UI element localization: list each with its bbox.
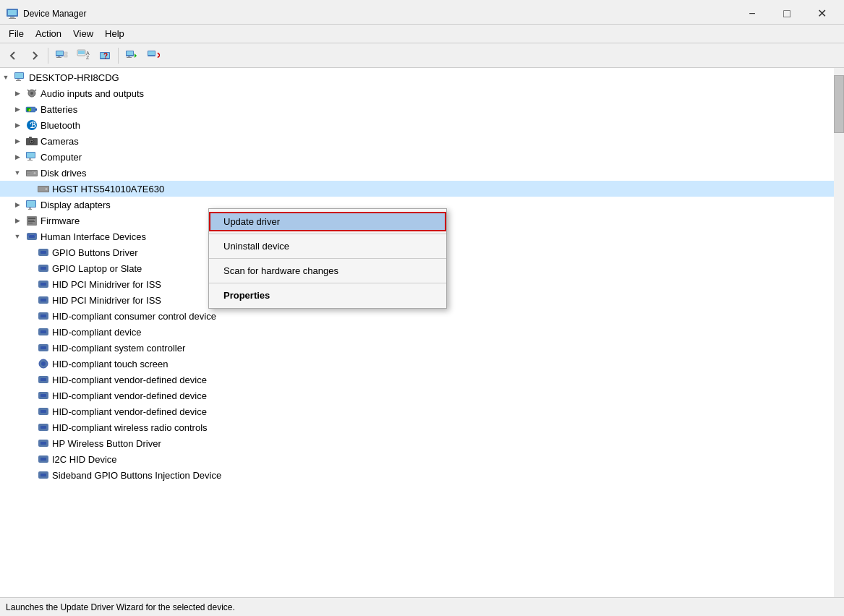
uninstall-button[interactable]: ✕: [143, 46, 163, 65]
svg-rect-43: [27, 160, 33, 161]
close-button[interactable]: ✕: [805, 4, 838, 23]
menu-view[interactable]: View: [67, 27, 99, 40]
tree-item-hid9[interactable]: HID-compliant vendor-defined device: [0, 403, 834, 419]
expand-hid2: [23, 294, 35, 306]
hid13-icon: [37, 469, 50, 482]
svg-rect-86: [41, 410, 46, 413]
status-bar: Launches the Update Driver Wizard for th…: [0, 597, 844, 616]
expand-hid[interactable]: ▼: [12, 231, 23, 242]
tree-item-hid5[interactable]: HID-compliant system controller: [0, 340, 834, 356]
context-menu: Update driver Uninstall device Scan for …: [208, 208, 447, 309]
tree-view[interactable]: ▼ DESKTOP-HRI8CDG ▶: [0, 68, 834, 597]
menu-help[interactable]: Help: [99, 27, 130, 40]
tree-item-computer[interactable]: ▶ Computer: [0, 149, 834, 165]
tree-item-hid4[interactable]: HID-compliant device: [0, 324, 834, 340]
svg-rect-5: [56, 51, 63, 55]
svg-rect-58: [28, 220, 34, 221]
expand-hid13: [23, 469, 35, 481]
expand-cameras[interactable]: ▶: [12, 135, 23, 147]
svg-text:Z: Z: [86, 55, 90, 60]
computer-icon: [14, 71, 27, 84]
expand-batteries[interactable]: ▶: [12, 103, 23, 115]
svg-rect-62: [29, 235, 35, 238]
separator-2: [118, 48, 119, 64]
minimize-button[interactable]: −: [736, 4, 769, 23]
expand-computer[interactable]: ▶: [12, 151, 23, 163]
tree-item-hid10[interactable]: HID-compliant wireless radio controls: [0, 419, 834, 435]
scroll-thumb[interactable]: [834, 75, 844, 133]
restore-button[interactable]: □: [770, 4, 803, 23]
expand-gpio2: [23, 262, 35, 274]
tree-label-cameras: Cameras: [41, 136, 79, 147]
tree-item-hid8[interactable]: HID-compliant vendor-defined device: [0, 388, 834, 403]
update-driver-button[interactable]: [122, 46, 142, 65]
separator-1: [48, 48, 48, 64]
tree-label-disk: Disk drives: [41, 168, 87, 179]
show-hidden-button[interactable]: ?: [95, 46, 115, 65]
expand-hgst[interactable]: [23, 183, 35, 194]
tree-label-hid12: I2C HID Device: [52, 454, 117, 465]
ctx-update-driver[interactable]: Update driver: [209, 212, 446, 231]
expand-hid5: [23, 342, 35, 354]
ctx-uninstall-device[interactable]: Uninstall device: [209, 236, 446, 256]
tree-item-hid12[interactable]: I2C HID Device: [0, 451, 834, 467]
app-icon: [6, 7, 19, 20]
tree-item-hid13[interactable]: Sideband GPIO Buttons Injection Device: [0, 467, 834, 483]
window-title: Device Manager: [23, 9, 736, 19]
tree-item-hgst[interactable]: HGST HTS541010A7E630: [0, 181, 834, 197]
tree-item-hid6[interactable]: HID-compliant touch screen: [0, 356, 834, 372]
menu-action[interactable]: Action: [30, 27, 67, 40]
tree-item-audio[interactable]: ▶ Audio inputs and outputs: [0, 85, 834, 101]
ctx-separator-2: [209, 258, 446, 259]
tree-label-hid2: HID PCI Minidriver for ISS: [52, 295, 161, 306]
hid4-icon: [37, 325, 50, 338]
ctx-scan-hardware[interactable]: Scan for hardware changes: [209, 261, 446, 281]
tree-item-root[interactable]: ▼ DESKTOP-HRI8CDG: [0, 69, 834, 85]
forward-button[interactable]: [25, 46, 45, 65]
svg-text:✕: ✕: [156, 51, 160, 61]
tree-label-gpio1: GPIO Buttons Driver: [52, 247, 137, 258]
tree-label-hid5: HID-compliant system controller: [52, 343, 185, 354]
svg-point-38: [31, 141, 33, 143]
ctx-separator-1: [209, 234, 446, 234]
hgst-icon: [37, 182, 50, 195]
tree-item-disk[interactable]: ▼ Disk drives: [0, 165, 834, 181]
menu-file[interactable]: File: [3, 27, 30, 40]
expand-firmware[interactable]: ▶: [12, 215, 23, 226]
ctx-update-driver-label: Update driver: [223, 216, 280, 227]
svg-rect-22: [148, 51, 155, 55]
expand-hid6: [23, 358, 35, 369]
svg-rect-64: [34, 234, 36, 236]
svg-rect-2: [10, 17, 14, 18]
tree-label-audio: Audio inputs and outputs: [41, 88, 144, 99]
svg-rect-48: [27, 173, 30, 174]
view-by-type-button[interactable]: [51, 46, 72, 65]
svg-rect-20: [127, 57, 132, 58]
expand-bluetooth[interactable]: ▶: [12, 119, 23, 131]
hid12-icon: [37, 453, 50, 466]
firmware-icon: [25, 214, 38, 227]
tree-item-cameras[interactable]: ▶ Cameras: [0, 133, 834, 149]
tree-item-hid11[interactable]: HP Wireless Button Driver: [0, 435, 834, 451]
expand-hid12: [23, 453, 35, 465]
expand-disk[interactable]: ▼: [12, 167, 23, 179]
expand-display[interactable]: ▶: [12, 199, 23, 210]
scrollbar[interactable]: [834, 68, 844, 597]
tree-item-hid7[interactable]: HID-compliant vendor-defined device: [0, 372, 834, 388]
tree-item-batteries[interactable]: ▶ ⚡ Batteries: [0, 101, 834, 117]
bluetooth-icon: ℬ: [25, 119, 38, 132]
battery-icon: ⚡: [25, 103, 38, 116]
back-button[interactable]: [3, 46, 23, 65]
tree-item-bluetooth[interactable]: ▶ ℬ Bluetooth: [0, 117, 834, 133]
tree-label-batteries: Batteries: [41, 104, 77, 115]
hid5-icon: [37, 341, 50, 354]
menu-bar: File Action View Help: [0, 25, 844, 43]
expand-audio[interactable]: ▶: [12, 87, 23, 99]
view-alphabetical-button[interactable]: A Z: [73, 46, 93, 65]
expand-root[interactable]: ▼: [0, 72, 12, 83]
ctx-properties[interactable]: Properties: [209, 286, 446, 305]
tree-label-hid10: HID-compliant wireless radio controls: [52, 422, 208, 433]
tree-item-hid3[interactable]: HID-compliant consumer control device: [0, 308, 834, 324]
hid3-icon: [37, 309, 50, 322]
svg-rect-92: [41, 458, 46, 461]
